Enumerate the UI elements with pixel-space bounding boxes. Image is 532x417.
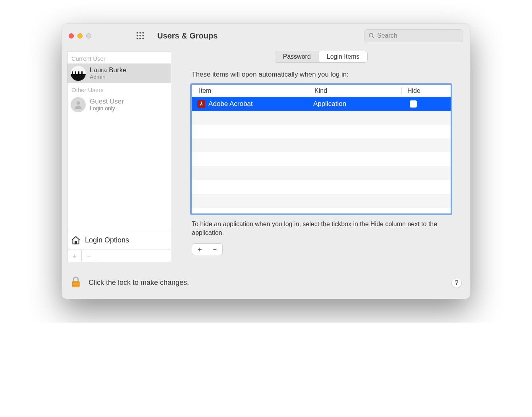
svg-point-7 bbox=[139, 38, 141, 40]
table-row[interactable] bbox=[192, 180, 451, 194]
search-input[interactable] bbox=[377, 32, 459, 39]
guest-user-row[interactable]: Guest User Login only bbox=[67, 95, 171, 115]
svg-line-10 bbox=[372, 37, 374, 38]
footer: Click the lock to make changes. ? bbox=[62, 269, 470, 299]
login-items-table[interactable]: Item Kind Hide λ Adobe Acrobat Applicati… bbox=[190, 83, 452, 215]
column-item[interactable]: Item bbox=[192, 87, 311, 94]
svg-point-6 bbox=[137, 38, 138, 40]
table-row[interactable] bbox=[192, 111, 451, 125]
zoom-window-button[interactable] bbox=[86, 33, 91, 38]
svg-point-2 bbox=[143, 32, 144, 34]
minimize-window-button[interactable] bbox=[77, 33, 83, 38]
svg-point-1 bbox=[139, 32, 141, 34]
tab-login-items[interactable]: Login Items bbox=[319, 51, 368, 62]
svg-rect-12 bbox=[75, 241, 77, 244]
table-row[interactable] bbox=[192, 194, 451, 208]
svg-point-9 bbox=[369, 33, 373, 37]
tab-password[interactable]: Password bbox=[275, 51, 319, 62]
login-options-row[interactable]: Login Options bbox=[67, 231, 171, 250]
svg-point-11 bbox=[77, 101, 80, 105]
table-row[interactable]: λ Adobe Acrobat Application bbox=[192, 97, 451, 111]
users-sidebar: Current User Laura Burke Admin Other Use… bbox=[67, 52, 171, 262]
guest-user-role: Login only bbox=[90, 106, 124, 111]
current-user-role: Admin bbox=[90, 74, 127, 80]
table-row[interactable] bbox=[192, 138, 451, 152]
preferences-window: Users & Groups Current User Laura Burke … bbox=[62, 24, 470, 299]
svg-point-4 bbox=[139, 35, 141, 37]
table-row[interactable] bbox=[192, 125, 451, 138]
avatar-icon bbox=[71, 66, 86, 81]
main-panel: Password Login Items These items will op… bbox=[177, 52, 465, 262]
column-kind[interactable]: Kind bbox=[311, 87, 401, 94]
current-user-name: Laura Burke bbox=[90, 67, 127, 74]
tab-bar: Password Login Items bbox=[275, 51, 368, 63]
close-window-button[interactable] bbox=[69, 33, 74, 38]
svg-point-0 bbox=[137, 32, 138, 34]
add-user-button[interactable]: ＋ bbox=[67, 250, 82, 262]
window-title: Users & Groups bbox=[157, 31, 218, 40]
show-all-button[interactable] bbox=[136, 31, 145, 40]
help-button[interactable]: ? bbox=[451, 278, 462, 288]
svg-point-3 bbox=[137, 35, 138, 37]
lock-text: Click the lock to make changes. bbox=[89, 279, 189, 287]
login-items-description: These items will open automatically when… bbox=[192, 71, 465, 79]
sidebar-add-remove: ＋ － bbox=[67, 250, 171, 262]
column-hide[interactable]: Hide bbox=[401, 87, 425, 94]
lock-icon bbox=[70, 276, 81, 288]
current-user-row[interactable]: Laura Burke Admin bbox=[67, 63, 171, 83]
guest-user-name: Guest User bbox=[90, 98, 124, 106]
hide-checkbox[interactable] bbox=[410, 100, 417, 108]
table-row[interactable] bbox=[192, 152, 451, 166]
home-icon bbox=[71, 235, 81, 246]
table-row[interactable] bbox=[192, 166, 451, 180]
window-controls bbox=[69, 33, 91, 38]
remove-item-button[interactable]: － bbox=[207, 244, 222, 255]
table-body: λ Adobe Acrobat Application bbox=[192, 97, 451, 213]
login-options-label: Login Options bbox=[85, 236, 129, 244]
add-item-button[interactable]: ＋ bbox=[192, 244, 207, 255]
remove-user-button[interactable]: － bbox=[82, 250, 96, 262]
other-users-header: Other Users bbox=[67, 83, 171, 95]
avatar-icon bbox=[71, 97, 86, 112]
item-kind: Application bbox=[311, 100, 401, 108]
toolbar: Users & Groups bbox=[62, 24, 470, 48]
lock-button[interactable] bbox=[70, 276, 81, 290]
item-add-remove: ＋ － bbox=[192, 243, 223, 255]
current-user-header: Current User bbox=[67, 52, 171, 63]
item-name: Adobe Acrobat bbox=[208, 100, 253, 108]
nav-arrows bbox=[111, 32, 120, 39]
search-icon bbox=[368, 33, 375, 39]
hide-help-text: To hide an application when you log in, … bbox=[192, 220, 452, 238]
svg-rect-13 bbox=[72, 281, 79, 287]
table-header: Item Kind Hide bbox=[192, 85, 451, 97]
svg-point-5 bbox=[143, 35, 144, 37]
svg-point-8 bbox=[143, 38, 144, 40]
search-field[interactable] bbox=[364, 29, 463, 42]
acrobat-icon: λ bbox=[197, 100, 205, 108]
